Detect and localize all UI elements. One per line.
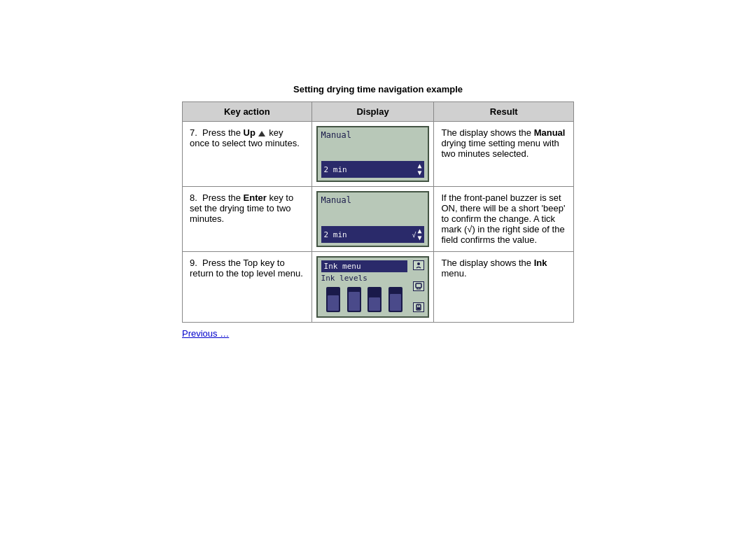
col-header-key-action: Key action	[183, 102, 312, 122]
col-header-display: Display	[312, 102, 434, 122]
result-bold-7: Manual	[534, 127, 566, 138]
table-row: 8. Press the Enter key to set the drying…	[183, 187, 574, 252]
key-action-cell-9: 9. Press the Top key to return to the to…	[183, 252, 312, 323]
row-num-7: 7. Press the Up key once to select two m…	[190, 127, 300, 148]
display-screen-8: Manual 2 min √ ▲ ▼	[316, 191, 430, 247]
ink-menu-label: Ink menu	[324, 262, 361, 271]
field-text-8: 2 min	[324, 230, 347, 239]
display-screen-9: Ink menu Ink levels	[316, 256, 430, 318]
side-icon-3	[413, 302, 424, 312]
screen-label-8: Manual	[321, 195, 425, 205]
display-cell-9: Ink menu Ink levels	[312, 252, 434, 323]
display-cell-8: Manual 2 min √ ▲ ▼	[312, 187, 434, 252]
tick-mark-8: √	[412, 231, 416, 239]
ink-cartridge-3	[368, 287, 382, 312]
table-row: 7. Press the Up key once to select two m…	[183, 122, 574, 187]
ink-levels-label: Ink levels	[321, 272, 408, 284]
selected-field-7: 2 min ▲ ▼	[321, 161, 425, 178]
main-table: Key action Display Result 7. Press the U…	[182, 101, 574, 323]
side-icons-9	[413, 260, 424, 314]
ink-fill-4	[390, 294, 401, 311]
ink-screen-inner: Ink menu Ink levels	[321, 260, 425, 314]
ink-menu-bar: Ink menu	[321, 260, 408, 272]
page-title: Setting drying time navigation example	[293, 84, 463, 94]
result-cell-7: The display shows the Manual drying time…	[434, 122, 574, 187]
result-cell-8: If the front-panel buzzer is set ON, the…	[434, 187, 574, 252]
field-text-7: 2 min	[324, 165, 347, 174]
ink-cartridge-2	[347, 287, 361, 312]
key-action-cell-8: 8. Press the Enter key to set the drying…	[183, 187, 312, 252]
col-header-result: Result	[434, 102, 574, 122]
scroll-arrows-8: ▲ ▼	[417, 227, 421, 241]
row-num-8: 8. Press the Enter key to set the drying…	[190, 192, 293, 224]
tick-scroll-8: √ ▲ ▼	[412, 227, 421, 241]
selected-field-8: 2 min √ ▲ ▼	[321, 226, 425, 243]
result-bold-9: Ink	[534, 258, 547, 268]
svg-rect-1	[416, 283, 421, 288]
previous-link[interactable]: Previous …	[182, 328, 229, 339]
screen-label-7: Manual	[321, 130, 425, 140]
ink-cartridge-1	[326, 287, 340, 312]
svg-rect-3	[417, 307, 420, 309]
key-label-enter: Enter	[244, 192, 267, 203]
row-text-9: 9. Press the Top key to return to the to…	[190, 258, 303, 279]
ink-cartridge-4	[388, 287, 402, 312]
result-cell-9: The display shows the Ink menu.	[434, 252, 574, 323]
table-row: 9. Press the Top key to return to the to…	[183, 252, 574, 323]
display-cell-7: Manual 2 min ▲ ▼	[312, 122, 434, 187]
display-screen-7: Manual 2 min ▲ ▼	[316, 126, 430, 182]
key-label-up: Up	[244, 127, 255, 138]
ink-main-area: Ink menu Ink levels	[321, 260, 408, 314]
svg-point-0	[417, 262, 420, 265]
ink-fill-3	[369, 297, 380, 311]
ink-levels-area	[321, 284, 408, 314]
scroll-arrows-7: ▲ ▼	[417, 162, 421, 176]
key-action-cell-7: 7. Press the Up key once to select two m…	[183, 122, 312, 187]
side-icon-1	[413, 260, 424, 270]
ink-fill-2	[349, 292, 360, 311]
ink-fill-1	[328, 295, 339, 311]
side-icon-2	[413, 281, 424, 291]
page-wrapper: Setting drying time navigation example K…	[0, 0, 756, 534]
